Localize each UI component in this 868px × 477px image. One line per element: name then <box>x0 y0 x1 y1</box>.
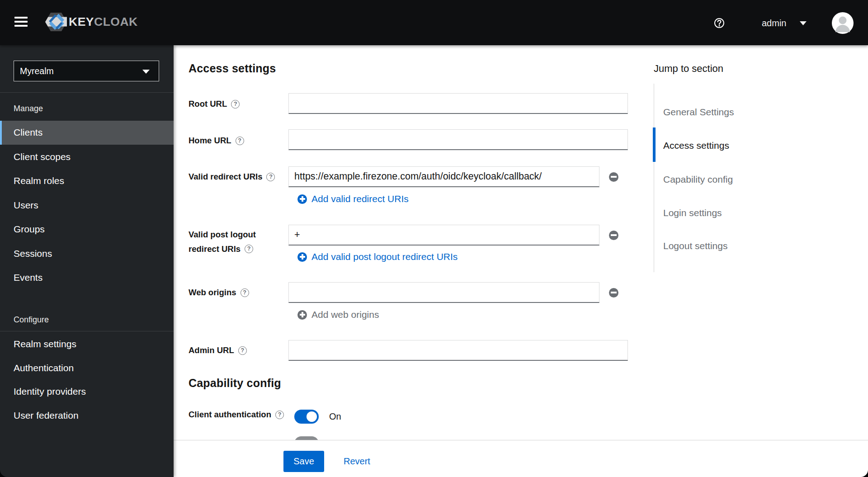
svg-text:KEYCLOAK: KEYCLOAK <box>69 15 138 28</box>
